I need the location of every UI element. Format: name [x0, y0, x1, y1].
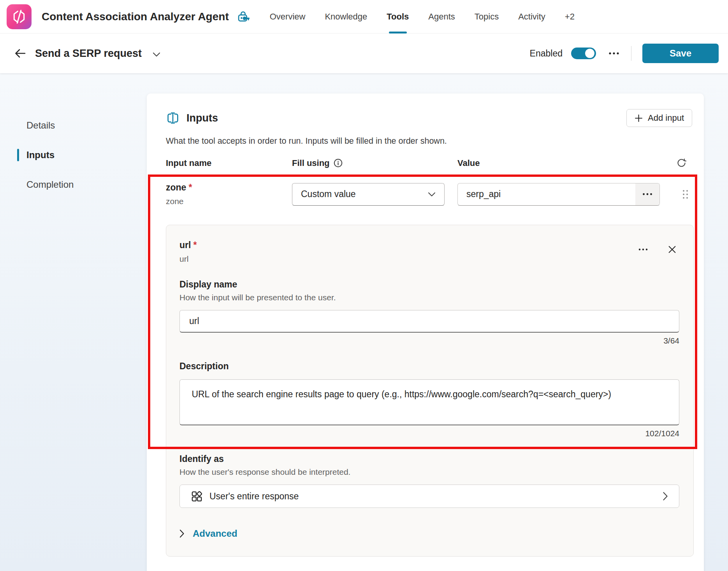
- code-hexagon-icon: [11, 9, 27, 25]
- main-nav: Overview Knowledge Tools Agents Topics A…: [260, 0, 584, 33]
- tab-topics[interactable]: Topics: [465, 0, 508, 33]
- plus-icon: [635, 114, 643, 122]
- drag-handle-icon[interactable]: [681, 189, 689, 200]
- identify-as-button[interactable]: User's entire response: [179, 485, 679, 508]
- refresh-cell: [672, 158, 692, 168]
- page-body: Details Inputs Completion: [0, 73, 728, 571]
- agent-logo: [7, 4, 32, 29]
- more-horizontal-icon: [638, 248, 648, 251]
- save-button[interactable]: Save: [642, 44, 719, 63]
- back-arrow-icon: [14, 48, 26, 59]
- identify-as-hint: How the user's response should be interp…: [179, 467, 679, 477]
- zone-value-field: [457, 183, 660, 206]
- required-asterisk: *: [188, 182, 192, 192]
- display-name-counter: 3/64: [179, 336, 679, 345]
- display-name-label: Display name: [179, 279, 679, 290]
- inputs-section-icon: [166, 111, 180, 125]
- fill-using-select[interactable]: Custom value: [292, 183, 445, 206]
- zone-subname: zone: [166, 197, 292, 206]
- url-name: url*: [179, 240, 197, 250]
- tab-agents[interactable]: Agents: [419, 0, 465, 33]
- description-textarea[interactable]: URL of the search engine results page to…: [179, 379, 679, 425]
- inputs-column-headers: Input name Fill using Value: [166, 158, 692, 168]
- chevron-down-icon: [428, 192, 436, 197]
- zone-name: zone*: [166, 182, 292, 193]
- info-icon[interactable]: [334, 159, 343, 167]
- display-name-hint: How the input will be presented to the u…: [179, 293, 679, 302]
- fill-using-selected-value: Custom value: [301, 189, 356, 199]
- toggle-knob: [585, 49, 594, 58]
- url-name-group: url* url: [179, 240, 197, 264]
- tab-tools[interactable]: Tools: [377, 0, 419, 33]
- tab-overview[interactable]: Overview: [260, 0, 315, 33]
- page-title: Content Association Analyzer Agent: [42, 11, 229, 23]
- back-button[interactable]: [12, 45, 29, 62]
- lock-key-icon[interactable]: [237, 11, 250, 23]
- inputs-panel: Inputs Add input What the tool accepts i…: [147, 93, 704, 571]
- identify-as-label: Identify as: [179, 454, 679, 464]
- add-input-button[interactable]: Add input: [626, 109, 692, 127]
- sidebar-item-label: Inputs: [26, 150, 55, 160]
- sidebar-item-completion[interactable]: Completion: [0, 170, 147, 199]
- tool-name[interactable]: Send a SERP request: [35, 48, 142, 60]
- enabled-toggle[interactable]: [571, 48, 596, 59]
- zone-value-more-button[interactable]: [635, 183, 659, 205]
- column-input-name: Input name: [166, 158, 292, 168]
- zone-fill-using-cell: Custom value: [292, 183, 457, 206]
- sidebar-item-label: Completion: [26, 179, 74, 190]
- sidebar-item-inputs[interactable]: Inputs: [0, 140, 147, 170]
- url-subname: url: [179, 254, 197, 264]
- toolbar-more-button[interactable]: [606, 49, 622, 57]
- refresh-icon[interactable]: [676, 158, 687, 168]
- tool-sidebar: Details Inputs Completion: [0, 111, 147, 199]
- url-input-card: url* url: [166, 225, 694, 557]
- url-delete-button[interactable]: [665, 242, 679, 257]
- tool-toolbar: Send a SERP request Enabled Save: [0, 33, 728, 73]
- description-label: Description: [179, 361, 679, 372]
- advanced-label: Advanced: [193, 528, 237, 539]
- url-card-actions: [636, 240, 679, 257]
- tab-activity[interactable]: Activity: [508, 0, 555, 33]
- zone-value-cell: [457, 183, 672, 206]
- data-type-grid-icon: [191, 490, 203, 502]
- sidebar-item-label: Details: [26, 120, 55, 131]
- chevron-right-icon: [663, 492, 668, 501]
- input-row-zone: zone* zone Custom value: [166, 182, 692, 206]
- column-fill-using: Fill using: [292, 158, 457, 168]
- url-card-header: url* url: [179, 240, 679, 264]
- tab-overflow[interactable]: +2: [555, 0, 584, 33]
- more-horizontal-icon: [608, 52, 619, 55]
- identify-as-value: User's entire response: [209, 491, 299, 502]
- sidebar-item-details[interactable]: Details: [0, 111, 147, 140]
- url-name-text: url: [179, 240, 191, 250]
- inputs-description: What the tool accepts in order to run. I…: [166, 136, 692, 146]
- advanced-expander[interactable]: Advanced: [179, 528, 237, 539]
- inputs-title-group: Inputs: [166, 111, 218, 125]
- url-more-button[interactable]: [636, 246, 650, 253]
- description-counter: 102/1024: [179, 429, 679, 438]
- more-horizontal-icon: [642, 193, 652, 196]
- screen: Content Association Analyzer Agent Overv…: [0, 0, 728, 571]
- add-input-label: Add input: [648, 113, 684, 123]
- column-value: Value: [457, 158, 672, 168]
- zone-drag-cell: [672, 189, 692, 200]
- tool-name-dropdown[interactable]: [150, 50, 163, 59]
- required-asterisk: *: [193, 240, 197, 250]
- toolbar-divider: [631, 46, 631, 61]
- fill-using-label: Fill using: [292, 158, 330, 168]
- zone-value-input[interactable]: [458, 183, 635, 205]
- inputs-panel-header: Inputs Add input: [166, 109, 692, 127]
- inputs-section-title: Inputs: [186, 112, 218, 124]
- active-indicator: [17, 149, 19, 161]
- zone-name-text: zone: [166, 182, 186, 192]
- tab-knowledge[interactable]: Knowledge: [315, 0, 377, 33]
- chevron-down-icon: [153, 52, 160, 57]
- display-name-input[interactable]: [179, 310, 679, 333]
- chevron-right-icon: [179, 529, 185, 538]
- enabled-label: Enabled: [530, 48, 563, 59]
- zone-name-cell: zone* zone: [166, 182, 292, 206]
- close-icon: [667, 245, 677, 254]
- top-bar: Content Association Analyzer Agent Overv…: [0, 0, 728, 33]
